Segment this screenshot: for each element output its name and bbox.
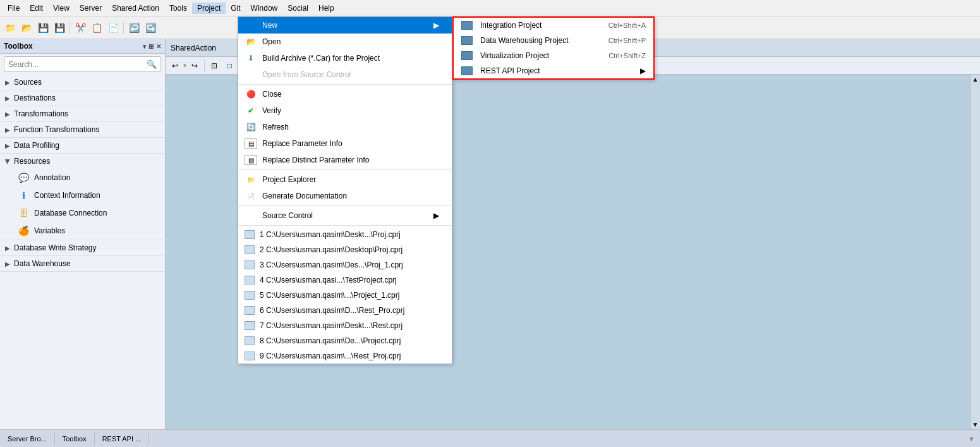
transformations-label: Transformations: [14, 109, 68, 118]
toolbox-section-function-transformations: ▶ Function Transformations: [0, 122, 165, 138]
recent-6-icon: [245, 306, 255, 315]
new-rest-api-project[interactable]: REST API Project ▶: [454, 63, 653, 78]
function-transformations-header[interactable]: ▶ Function Transformations: [0, 122, 165, 137]
destinations-header[interactable]: ▶ Destinations: [0, 90, 165, 106]
project-menu-replace-param[interactable]: ▤ Replace Parameter Info: [238, 135, 452, 152]
project-menu-generate-docs[interactable]: 📄 Generate Documentation: [238, 188, 452, 204]
build-archive-icon: ⬇: [245, 53, 257, 63]
sa-undo-btn[interactable]: ↩: [168, 59, 182, 73]
project-menu-close[interactable]: 🔴 Close: [238, 86, 452, 102]
database-write-strategy-arrow: ▶: [5, 245, 10, 252]
statusbar-tab-server-browser[interactable]: Server Bro...: [0, 432, 55, 445]
open-btn[interactable]: 📂: [19, 20, 34, 35]
search-input[interactable]: [8, 60, 147, 69]
menu-server[interactable]: Server: [75, 3, 107, 14]
project-menu-replace-distinct-param[interactable]: ▤ Replace Distinct Parameter Info: [238, 152, 452, 168]
menu-file[interactable]: File: [3, 3, 25, 14]
project-menu-source-control[interactable]: Source Control ▶: [238, 207, 452, 224]
data-profiling-arrow: ▶: [5, 142, 10, 149]
menu-project[interactable]: Project: [192, 3, 226, 14]
resources-header[interactable]: ▶ Resources: [0, 154, 165, 169]
project-menu-recent-3[interactable]: 3 C:\Users\usman.qasim\Des...\Proj_1.cpr…: [238, 257, 452, 272]
menu-window[interactable]: Window: [246, 3, 283, 14]
database-write-strategy-header[interactable]: ▶ Database Write Strategy: [0, 240, 165, 255]
project-menu-recent-8[interactable]: 8 C:\Users\usman.qasim\De...\Project.cpr…: [238, 333, 452, 348]
project-explorer-icon: 📁: [245, 175, 257, 185]
copy-btn[interactable]: 📋: [89, 20, 104, 35]
statusbar-tab-toolbox[interactable]: Toolbox: [55, 432, 95, 445]
recent-4-icon: [245, 276, 255, 285]
redo-btn[interactable]: ↪️: [143, 20, 158, 35]
sa-zoom-fit-btn[interactable]: ⊡: [207, 59, 221, 73]
generate-docs-icon: 📄: [245, 191, 257, 201]
data-warehouse-header[interactable]: ▶ Data Warehouse: [0, 256, 165, 271]
toolbox-dock-btn[interactable]: ⊞: [148, 43, 154, 50]
replace-param-icon: ▤: [245, 138, 257, 149]
virtualization-icon: [461, 51, 473, 60]
context-information-label: Context Information: [34, 191, 100, 200]
database-connection-item[interactable]: 🗄 Database Connection: [0, 204, 165, 222]
database-connection-label: Database Connection: [34, 209, 107, 217]
divider-2: [238, 169, 452, 170]
menu-help[interactable]: Help: [313, 3, 339, 14]
menu-shared-action[interactable]: Shared Action: [107, 3, 164, 14]
project-menu-new[interactable]: New ▶: [238, 17, 452, 34]
resources-label: Resources: [14, 157, 50, 166]
sa-sep-1: [204, 59, 205, 72]
save-as-btn[interactable]: 💾: [52, 20, 67, 35]
project-menu-recent-5[interactable]: 5 C:\Users\usman.qasim\...\Project_1.cpr…: [238, 288, 452, 303]
sa-undo-arrow[interactable]: ▾: [183, 62, 186, 69]
variables-item[interactable]: 🍊 Variables: [0, 222, 165, 240]
project-menu-recent-9[interactable]: 9 C:\Users\usman.qasim\...\Rest_Proj.cpr…: [238, 348, 452, 364]
context-information-item[interactable]: ℹ Context Information: [0, 187, 165, 204]
sources-header[interactable]: ▶ Sources: [0, 75, 165, 90]
project-menu-recent-2[interactable]: 2 C:\Users\usman.qasim\Desktop\Proj.cprj: [238, 242, 452, 257]
refresh-icon: 🔄: [245, 122, 257, 132]
replace-distinct-param-icon: ▤: [245, 155, 257, 165]
menu-edit[interactable]: Edit: [25, 3, 48, 14]
new-data-warehousing-project[interactable]: Data Warehousing Project Ctrl+Shift+P: [454, 33, 653, 48]
project-menu-verify[interactable]: ✔ Verify: [238, 102, 452, 119]
paste-btn[interactable]: 📄: [106, 20, 121, 35]
context-icon: ℹ: [18, 190, 29, 201]
project-menu-recent-1[interactable]: 1 C:\Users\usman.qasim\Deskt...\Proj.cpr…: [238, 227, 452, 242]
close-project-icon: 🔴: [245, 89, 257, 99]
toolbox-pin-btn[interactable]: ▾: [143, 43, 146, 50]
project-menu-recent-7[interactable]: 7 C:\Users\usman.qasim\Deskt...\Rest.cpr…: [238, 318, 452, 333]
menu-git[interactable]: Git: [226, 3, 245, 14]
menu-social[interactable]: Social: [282, 3, 313, 14]
project-menu-recent-6[interactable]: 6 C:\Users\usman.qasim\D...\Rest_Pro.cpr…: [238, 303, 452, 318]
toolbox-header-controls: ▾ ⊞ ✕: [143, 43, 161, 50]
recent-8-icon: [245, 336, 255, 345]
new-submenu: Integration Project Ctrl+Shift+A Data Wa…: [452, 16, 655, 80]
sa-zoom-actual-btn[interactable]: □: [222, 59, 236, 73]
project-menu-recent-4[interactable]: 4 C:\Users\usman.qasi...\TestProject.cpr…: [238, 272, 452, 288]
data-profiling-header[interactable]: ▶ Data Profiling: [0, 138, 165, 153]
bottom-scroll-arrow[interactable]: ▼: [963, 435, 980, 443]
divider-4: [238, 225, 452, 226]
project-menu-refresh[interactable]: 🔄 Refresh: [238, 119, 452, 135]
menu-view[interactable]: View: [48, 3, 75, 14]
project-menu-build-archive[interactable]: ⬇ Build Archive (*.Car) for the Project: [238, 50, 452, 66]
save-btn[interactable]: 💾: [35, 20, 51, 35]
transformations-header[interactable]: ▶ Transformations: [0, 106, 165, 121]
warehousing-shortcut: Ctrl+Shift+P: [596, 37, 646, 44]
annotation-item[interactable]: 💬 Annotation: [0, 169, 165, 187]
scroll-down-arrow[interactable]: ▼: [972, 421, 979, 428]
sa-redo-btn[interactable]: ↪: [188, 59, 202, 73]
toolbox-search-box[interactable]: 🔍: [4, 56, 161, 72]
search-icon: 🔍: [147, 59, 157, 69]
menu-tools[interactable]: Tools: [164, 3, 192, 14]
project-menu-open[interactable]: 📂 Open: [238, 34, 452, 50]
cut-btn[interactable]: ✂️: [73, 20, 88, 35]
toolbox-close-btn[interactable]: ✕: [156, 43, 161, 50]
scroll-up-arrow[interactable]: ▲: [972, 76, 979, 83]
new-virtualization-project[interactable]: Virtualization Project Ctrl+Shift+Z: [454, 48, 653, 63]
new-integration-project[interactable]: Integration Project Ctrl+Shift+A: [454, 18, 653, 33]
undo-btn[interactable]: ↩️: [126, 20, 142, 35]
right-scrollbar[interactable]: ▲ ▼: [970, 75, 980, 429]
statusbar-tab-rest-api[interactable]: REST API ...: [95, 432, 150, 445]
project-menu-project-explorer[interactable]: 📁 Project Explorer: [238, 171, 452, 188]
new-btn[interactable]: 📁: [3, 20, 18, 35]
warehousing-icon: [461, 36, 473, 45]
